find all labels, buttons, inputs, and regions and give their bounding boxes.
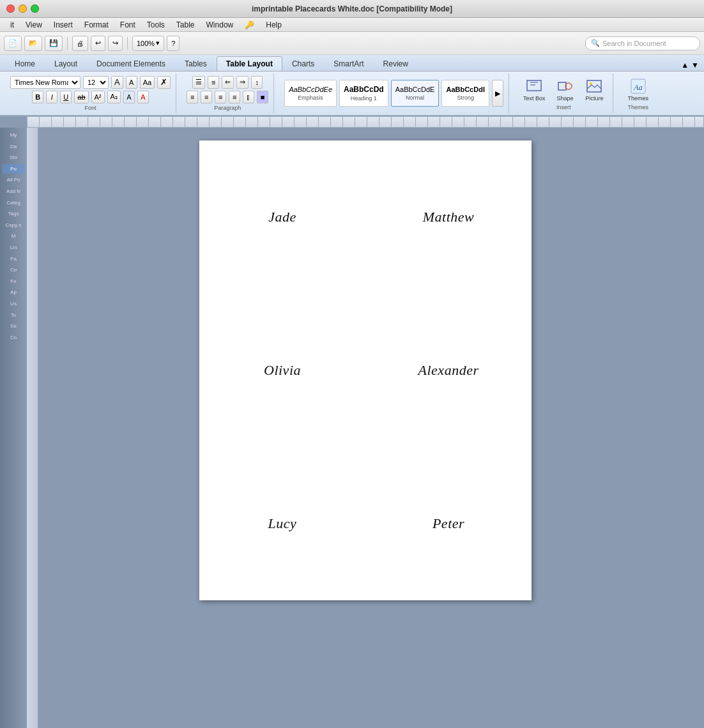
sidebar-item-store[interactable]: Sto	[2, 153, 25, 163]
sidebar-item-comments[interactable]: Co	[2, 265, 25, 275]
sidebar-item-feedback[interactable]: Fe	[2, 277, 25, 287]
svg-text:Aa: Aa	[633, 83, 642, 92]
menu-font[interactable]: Font	[115, 19, 141, 31]
insert-group-label: Insert	[556, 104, 571, 110]
sidebar-item-posts[interactable]: Po	[2, 164, 25, 174]
justify-button[interactable]: ≡	[229, 91, 240, 103]
insert-picture-button[interactable]: Picture	[581, 76, 608, 103]
sidebar-item-media[interactable]: M	[2, 231, 25, 241]
sidebar-item-add-new[interactable]: Add N	[2, 186, 25, 197]
tab-table-layout[interactable]: Table Layout	[217, 56, 282, 71]
redo-button[interactable]: ↪	[108, 36, 123, 51]
highlight-button[interactable]: A	[123, 91, 135, 103]
minimize-button[interactable]	[19, 4, 27, 13]
styles-more-button[interactable]: ▶	[492, 80, 503, 107]
print-button[interactable]: 🖨	[72, 36, 88, 51]
font-grow-button[interactable]: A	[111, 76, 123, 89]
bold-button[interactable]: B	[32, 91, 43, 103]
sidebar-item-settings[interactable]: Se	[2, 321, 25, 331]
style-normal-label: Normal	[406, 95, 424, 101]
undo-button[interactable]: ↩	[91, 36, 105, 51]
sidebar-item-users[interactable]: Us	[2, 299, 25, 309]
search-box[interactable]: 🔍 Search in Document	[585, 36, 700, 50]
clear-format-button[interactable]: ✗	[157, 76, 171, 89]
save-icon: 💾	[49, 39, 58, 47]
shading-button[interactable]: ■	[257, 91, 268, 103]
tab-review[interactable]: Review	[374, 56, 418, 71]
sidebar-item-appearance[interactable]: Ap	[2, 287, 25, 298]
help-button[interactable]: ?	[167, 36, 180, 51]
italic-button[interactable]: I	[46, 91, 57, 103]
style-heading1[interactable]: AaBbCcDd Heading 1	[339, 80, 388, 107]
strikethrough-button[interactable]: ab	[74, 91, 88, 103]
sidebar-item-dashboard[interactable]: Da	[2, 142, 25, 152]
close-button[interactable]	[6, 4, 15, 13]
menu-window[interactable]: Window	[201, 19, 239, 31]
line-spacing-button[interactable]: ↕	[251, 76, 263, 89]
style-normal-preview: AaBbCcDdE	[395, 86, 435, 93]
menu-table[interactable]: Table	[171, 19, 200, 31]
zoom-control[interactable]: 100% ▾	[132, 36, 164, 51]
indent-button[interactable]: ⇒	[236, 76, 249, 89]
insert-textbox-button[interactable]: Text Box	[519, 76, 549, 103]
underline-button[interactable]: U	[60, 91, 72, 103]
themes-button[interactable]: Aa Themes	[624, 76, 652, 103]
insert-shape-button[interactable]: Shape	[551, 76, 578, 103]
menu-tools[interactable]: Tools	[142, 19, 170, 31]
place-name-peter: Peter	[432, 515, 464, 532]
font-group-label: Font	[85, 105, 96, 111]
superscript-button[interactable]: A²	[91, 91, 105, 103]
subscript-button[interactable]: A₂	[107, 91, 121, 103]
menu-format[interactable]: Format	[79, 19, 114, 31]
style-normal[interactable]: AaBbCcDdE Normal	[391, 80, 440, 107]
place-cell-olivia: Olivia	[199, 294, 365, 447]
font-color-button[interactable]: A	[137, 91, 149, 103]
sidebar-item-copy[interactable]: Copy s	[2, 220, 25, 231]
tab-layout[interactable]: Layout	[45, 56, 87, 71]
sidebar-item-links[interactable]: Lin	[2, 243, 25, 253]
sidebar-item-tags[interactable]: Tags	[2, 209, 25, 219]
open-button[interactable]: 📂	[24, 36, 42, 51]
new-button[interactable]: 📄	[4, 36, 22, 51]
align-right-button[interactable]: ≡	[215, 91, 226, 103]
tab-document-elements[interactable]: Document Elements	[87, 56, 175, 71]
menu-insert[interactable]: Insert	[49, 19, 78, 31]
style-strong-label: Strong	[457, 95, 474, 101]
sidebar-item-all-posts[interactable]: All Po	[2, 175, 25, 185]
font-case-button[interactable]: Aa	[140, 76, 155, 89]
menu-help[interactable]: Help	[261, 19, 287, 31]
font-shrink-button[interactable]: A	[126, 76, 137, 89]
tab-home[interactable]: Home	[5, 56, 45, 71]
place-cell-peter: Peter	[365, 447, 532, 600]
sidebar-item-tools[interactable]: To	[2, 310, 25, 321]
sidebar-item-collapse[interactable]: Co	[2, 333, 25, 343]
main-area: My Da Sto Po All Po Add N Categ Tags Cop…	[0, 128, 704, 728]
ribbon-group-font: Times New Roman 12 A A Aa ✗ B I U ab A² …	[5, 73, 176, 113]
font-size-select[interactable]: 12	[83, 76, 109, 89]
menu-view[interactable]: View	[20, 19, 47, 31]
sidebar-item-my[interactable]: My	[2, 130, 25, 140]
place-name-olivia: Olivia	[264, 362, 301, 379]
ribbon-expand-icon[interactable]: ▼	[691, 61, 699, 70]
sidebar-item-pages[interactable]: Pa	[2, 254, 25, 264]
save-button[interactable]: 💾	[45, 36, 63, 51]
tab-charts[interactable]: Charts	[282, 56, 324, 71]
numbering-button[interactable]: ≡	[208, 76, 219, 89]
align-left-button[interactable]: ≡	[187, 91, 198, 103]
font-family-select[interactable]: Times New Roman	[10, 76, 80, 89]
style-emphasis[interactable]: AaBbCcDdEe Emphasis	[284, 80, 337, 107]
bullets-button[interactable]: ☰	[192, 76, 205, 89]
column-button[interactable]: ⫿	[243, 91, 254, 103]
tab-smartart[interactable]: SmartArt	[324, 56, 373, 71]
sidebar-item-categories[interactable]: Categ	[2, 198, 25, 208]
style-strong[interactable]: AaBbCcDdI Strong	[441, 80, 489, 107]
menu-it[interactable]: it	[5, 19, 19, 31]
ribbon-collapse-icon[interactable]: ▲	[681, 61, 689, 70]
style-emphasis-preview: AaBbCcDdEe	[289, 86, 332, 93]
maximize-button[interactable]	[31, 4, 39, 13]
tab-tables[interactable]: Tables	[175, 56, 217, 71]
menu-key[interactable]: 🔑	[240, 19, 259, 31]
outdent-button[interactable]: ⇐	[222, 76, 234, 89]
align-center-button[interactable]: ≡	[201, 91, 212, 103]
shape-icon	[556, 77, 574, 95]
